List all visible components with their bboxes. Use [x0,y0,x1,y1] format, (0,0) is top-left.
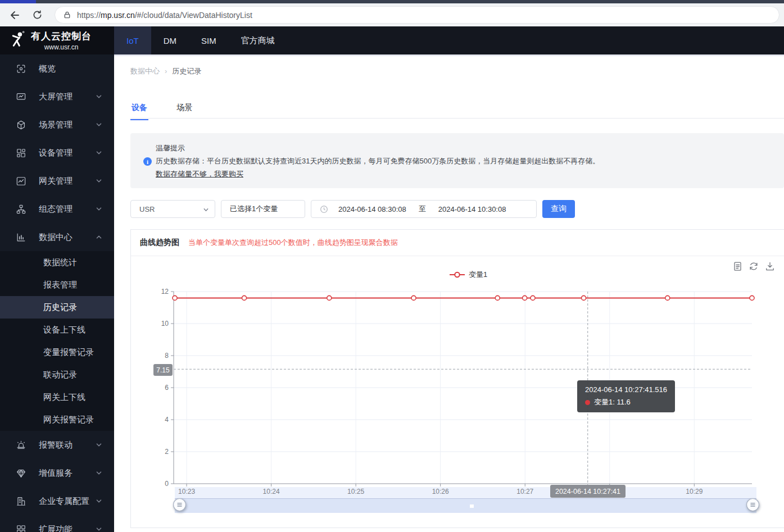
nav-tab-sim[interactable]: SIM [189,26,229,54]
data-center-submenu: 数据统计 报表管理 历史记录 设备上下线 变量报警记录 联动记录 网关上下线 网… [0,251,114,431]
sidebar-item-alarm-linkage[interactable]: 报警联动 [0,431,114,459]
top-nav: IoT DM SIM 官方商城 [114,26,287,54]
scene-cube-icon [16,120,26,130]
submenu-item-history-records[interactable]: 历史记录 [0,296,114,319]
sidebar-item-label: 增值服务 [39,468,72,479]
brand-subtitle: www.usr.cn [31,43,92,51]
brand-block[interactable]: 有人云控制台 www.usr.cn [0,26,114,54]
building-icon [16,496,26,507]
tooltip-series-dot-icon [585,400,590,405]
crosshair-x-label: 2024-06-14 10:27:41 [550,485,626,498]
submenu-item-data-statistics[interactable]: 数据统计 [0,251,114,274]
tooltip-value: 变量1: 11.6 [594,397,631,407]
variable-select[interactable]: 已选择1个变量 [221,200,305,218]
save-image-icon[interactable] [765,261,775,271]
filter-bar: USR 已选择1个变量 2024-06-14 08:30:08 至 2024-0… [114,200,784,218]
sidebar-item-label: 企业专属配置 [39,496,89,507]
buy-storage-link[interactable]: 数据存储量不够，我要购买 [156,169,243,179]
breadcrumb-current: 历史记录 [172,67,201,75]
sidebar-item-label: 设备管理 [39,148,72,158]
sidebar-item-overview[interactable]: 概览 [0,54,114,83]
restore-icon[interactable] [749,261,759,271]
usr-person-logo-icon [9,30,26,51]
legend-item-var1[interactable]: 变量1 [450,270,487,280]
svg-text:10:25: 10:25 [347,488,364,495]
screen-icon [16,92,26,102]
url-path: /#/cloud/data/ViewDataHistoryList [135,11,252,20]
query-button[interactable]: 查询 [542,200,575,218]
sidebar-item-screen-mgmt[interactable]: 大屏管理 [0,83,114,111]
legend-label: 变量1 [469,270,487,280]
svg-text:6: 6 [165,384,169,392]
sidebar-item-config-mgmt[interactable]: 组态管理 [0,195,114,223]
browser-url-bar[interactable]: https://mp.usr.cn/#/cloud/data/ViewDataH… [55,6,780,24]
chevron-down-icon [96,93,102,100]
submenu-item-gateway-alarm-records[interactable]: 网关报警记录 [0,408,114,431]
site-security-lock-icon[interactable] [63,11,71,19]
clock-icon [320,205,328,213]
browser-back-button[interactable] [7,7,22,23]
submenu-item-report-mgmt[interactable]: 报表管理 [0,274,114,296]
date-start-value: 2024-06-14 08:30:08 [338,205,406,213]
nav-tab-mall[interactable]: 官方商城 [229,26,287,54]
main-content: 数据中心›历史记录 设备 场景 i 温馨提示 历史数据存储：平台历史数据默认支持… [114,54,784,532]
device-select[interactable]: USR [130,200,215,218]
datazoom-left-handle[interactable] [172,497,187,512]
chart-toolbox [732,261,775,271]
sidebar-item-enterprise-config[interactable]: 企业专属配置 [0,487,114,515]
tab-scene[interactable]: 场景 [175,101,193,119]
aggregation-warning: 当单个变量单次查询超过500个数值时，曲线趋势图呈现聚合数据 [188,238,398,248]
sidebar-item-label: 报警联动 [39,440,72,451]
sidebar-item-gateway-mgmt[interactable]: 网关管理 [0,167,114,195]
crosshair-y-label: 7.15 [153,364,173,376]
chevron-down-icon [96,149,102,156]
screen: https://mp.usr.cn/#/cloud/data/ViewDataH… [0,0,784,532]
sidebar-item-extensions[interactable]: 扩展功能 [0,515,114,532]
chevron-down-icon [96,206,102,212]
sidebar-item-data-center[interactable]: 数据中心 [0,223,114,251]
submenu-item-variable-alarm-records[interactable]: 变量报警记录 [0,341,114,363]
date-end-value: 2024-06-14 10:30:08 [438,205,506,213]
nav-tab-iot[interactable]: IoT [114,26,151,54]
svg-text:10:27: 10:27 [516,488,533,495]
svg-text:2: 2 [165,448,169,456]
browser-refresh-button[interactable] [29,7,45,23]
chevron-up-icon [96,234,102,240]
date-separator: 至 [419,204,426,214]
breadcrumb-parent[interactable]: 数据中心 [130,67,160,75]
notice-body: 历史数据存储：平台历史数据默认支持查询近31天内的历史数据，每月可免费存储500… [156,156,600,166]
bar-chart-icon [16,232,26,243]
submenu-item-gateway-onoffline[interactable]: 网关上下线 [0,386,114,408]
trend-chart-panel: 曲线趋势图 当单个变量单次查询超过500个数值时，曲线趋势图呈现聚合数据 变量1… [130,229,784,528]
datazoom-right-handle[interactable] [745,497,760,512]
sidebar-item-label: 扩展功能 [39,524,72,532]
device-select-value: USR [139,205,155,213]
app-header: 有人云控制台 www.usr.cn IoT DM SIM 官方商城 [0,26,784,54]
trend-chart: 变量1 02468101210:2310:2410:2510:2610:2710… [131,256,784,528]
legend-line-marker-icon [450,271,465,278]
sidebar-item-scene-mgmt[interactable]: 场景管理 [0,111,114,139]
svg-text:4: 4 [165,416,169,424]
sidebar-item-label: 场景管理 [39,120,72,130]
sidebar-item-device-mgmt[interactable]: 设备管理 [0,139,114,167]
date-range-picker[interactable]: 2024-06-14 08:30:08 至 2024-06-14 10:30:0… [311,200,537,218]
notice-title: 温馨提示 [156,143,185,153]
breadcrumb-separator-icon: › [165,67,167,75]
brand-text: 有人云控制台 www.usr.cn [31,30,92,51]
nav-tab-dm[interactable]: DM [151,26,189,54]
sidebar-item-label: 数据中心 [39,232,72,243]
submenu-item-device-onoffline[interactable]: 设备上下线 [0,319,114,341]
data-view-icon[interactable] [732,261,742,271]
svg-text:10:29: 10:29 [686,488,703,495]
tab-device[interactable]: 设备 [130,101,148,120]
tooltip-time: 2024-06-14 10:27:41.516 [585,385,667,394]
sidebar-item-label: 组态管理 [39,204,72,215]
apps-grid-icon [16,524,26,532]
submenu-item-linkage-records[interactable]: 联动记录 [0,363,114,386]
sidebar-item-label: 概览 [39,63,56,74]
sidebar-item-value-services[interactable]: 增值服务 [0,459,114,487]
breadcrumb: 数据中心›历史记录 [130,66,201,76]
sidebar-item-label: 大屏管理 [39,92,72,102]
chevron-down-icon [96,178,102,184]
browser-toolbar: https://mp.usr.cn/#/cloud/data/ViewDataH… [0,3,784,26]
